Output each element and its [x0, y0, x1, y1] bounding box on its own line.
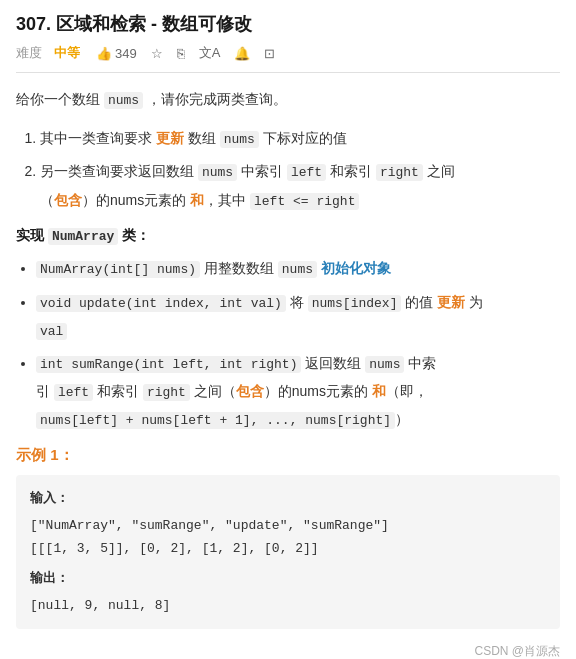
title-row: 307. 区域和检索 - 数组可修改 [16, 12, 560, 36]
req2-condition: left <= right [250, 193, 359, 210]
icon-group: 👍 349 ☆ ⎘ 文A 🔔 ⊡ [96, 44, 275, 62]
requirement-2: 另一类查询要求返回数组 nums 中索引 left 和索引 right 之间 （… [40, 157, 560, 215]
method-sumrange-right: right [143, 384, 190, 401]
method-sumrange-code: int sumRange(int left, int right) [36, 356, 301, 373]
req2-contain: 包含 [54, 192, 82, 208]
req2-nums: nums [198, 164, 237, 181]
translate-icon: 文A [199, 44, 221, 62]
star-icon: ☆ [151, 46, 163, 61]
footer-row: CSDN @肖源杰 [16, 643, 560, 659]
method-sumrange: int sumRange(int left, int right) 返回数组 n… [36, 350, 560, 433]
method-update-ref: nums[index] [308, 295, 402, 312]
example-section-title: 示例 1： [16, 446, 560, 465]
example-box: 输入： ["NumArray", "sumRange", "update", "… [16, 475, 560, 630]
intro-text: 给你一个数组 nums ，请你完成两类查询。 [16, 87, 560, 112]
method-update-word: 更新 [437, 294, 465, 310]
method-formula: nums[left] + nums[left + 1], ..., nums[r… [36, 412, 395, 429]
watermark: CSDN @肖源杰 [474, 643, 560, 659]
share-icon: ⎘ [177, 46, 185, 61]
bell-button[interactable]: 🔔 [234, 46, 250, 61]
problem-title: 307. 区域和检索 - 数组可修改 [16, 12, 252, 36]
share-button[interactable]: ⎘ [177, 46, 185, 61]
difficulty-row: 难度 中等 👍 349 ☆ ⎘ 文A 🔔 ⊡ [16, 44, 560, 73]
translate-button[interactable]: 文A [199, 44, 221, 62]
method-include: 包含 [236, 383, 264, 399]
method-sumrange-left: left [54, 384, 93, 401]
implement-label: 实现 NumArray 类： [16, 227, 560, 245]
like-button[interactable]: 👍 349 [96, 46, 137, 61]
req2-right: right [376, 164, 423, 181]
input-line2: [[[1, 3, 5]], [0, 2], [1, 2], [0, 2]] [30, 537, 546, 560]
numarray-class: NumArray [48, 228, 118, 245]
difficulty-value: 中等 [54, 44, 80, 62]
method-constructor: NumArray(int[] nums) 用整数数组 nums 初始化对象 [36, 255, 560, 283]
method-init: 初始化对象 [321, 260, 391, 276]
nums-code: nums [104, 92, 143, 109]
method-update-code: void update(int index, int val) [36, 295, 286, 312]
method-sum-word: 和 [372, 383, 386, 399]
like-icon: 👍 [96, 46, 112, 61]
req2-sum: 和 [190, 192, 204, 208]
requirements-list: 其中一类查询要求 更新 数组 nums 下标对应的值 另一类查询要求返回数组 n… [16, 124, 560, 215]
method-val: val [36, 323, 67, 340]
intro-section: 给你一个数组 nums ，请你完成两类查询。 [16, 87, 560, 112]
req1-update: 更新 [156, 130, 184, 146]
method-sumrange-nums: nums [365, 356, 404, 373]
methods-list: NumArray(int[] nums) 用整数数组 nums 初始化对象 vo… [16, 255, 560, 433]
bookmark-icon: ⊡ [264, 46, 275, 61]
input-label: 输入： [30, 487, 546, 510]
difficulty-label: 难度 [16, 44, 42, 62]
input-line1: ["NumArray", "sumRange", "update", "sumR… [30, 514, 546, 537]
method-nums: nums [278, 261, 317, 278]
bell-icon: 🔔 [234, 46, 250, 61]
method-constructor-code: NumArray(int[] nums) [36, 261, 200, 278]
req1-nums: nums [220, 131, 259, 148]
page-container: 307. 区域和检索 - 数组可修改 难度 中等 👍 349 ☆ ⎘ 文A 🔔 … [0, 0, 576, 659]
output-value: [null, 9, null, 8] [30, 594, 546, 617]
output-label: 输出： [30, 567, 546, 590]
bookmark-button[interactable]: ⊡ [264, 46, 275, 61]
like-count: 349 [115, 46, 137, 61]
req2-left: left [287, 164, 326, 181]
requirement-1: 其中一类查询要求 更新 数组 nums 下标对应的值 [40, 124, 560, 153]
star-button[interactable]: ☆ [151, 46, 163, 61]
method-update: void update(int index, int val) 将 nums[i… [36, 289, 560, 344]
